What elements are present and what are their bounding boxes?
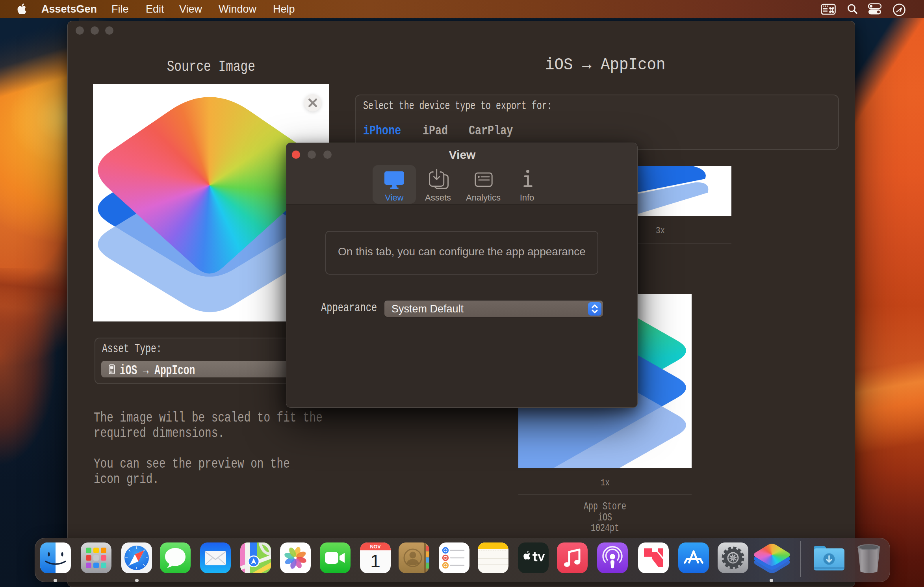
svg-text:NOV: NOV [370,544,381,550]
svg-text:1: 1 [370,551,380,571]
